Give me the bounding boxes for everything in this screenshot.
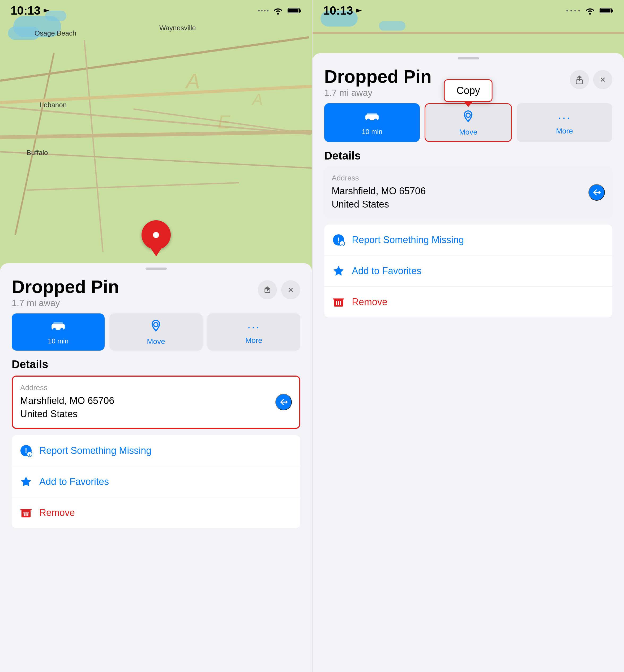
more-label-right: More — [556, 127, 573, 135]
map-label-waynesville: Waynesville — [159, 24, 196, 32]
svg-text:!: ! — [25, 447, 27, 455]
move-label-right: Move — [459, 128, 477, 136]
report-icon-left: ! + — [19, 444, 33, 458]
report-label-right: Report Something Missing — [352, 234, 464, 245]
details-heading-left: Details — [12, 358, 300, 371]
address-text-right: Marshfield, MO 65706 United States — [332, 185, 426, 211]
status-icons-right — [566, 6, 614, 15]
status-icons-left — [258, 6, 302, 15]
report-item-left[interactable]: ! + Report Something Missing — [12, 435, 300, 466]
share-button-left[interactable] — [258, 280, 277, 299]
svg-text:+: + — [28, 453, 30, 457]
svg-point-11 — [53, 328, 56, 331]
share-button-right[interactable] — [570, 70, 589, 89]
map-pin — [141, 220, 171, 255]
copy-bubble: Copy — [444, 79, 493, 102]
svg-line-47 — [340, 301, 341, 305]
action-row-left: 10 min Move ··· More — [0, 314, 312, 358]
menu-list-right: ! + Report Something Missing Add to Favo… — [324, 224, 612, 317]
drive-icon-left — [51, 320, 66, 334]
status-bar-left: 10:13 — [0, 0, 312, 21]
copy-bubble-arrow — [463, 101, 473, 107]
svg-point-0 — [153, 232, 159, 238]
details-section-right: Details Address Marshfield, MO 65706 Uni… — [313, 150, 624, 317]
remove-icon-left — [19, 506, 33, 520]
drive-icon-right — [365, 111, 380, 125]
svg-point-37 — [466, 113, 470, 117]
move-icon-right — [462, 110, 474, 125]
favorites-label-left: Add to Favorites — [39, 476, 109, 487]
svg-rect-34 — [367, 113, 377, 116]
drive-button-right[interactable]: 10 min — [324, 103, 420, 142]
drive-label-right: 10 min — [362, 128, 382, 136]
svg-rect-5 — [300, 9, 301, 12]
status-bar-right: 10:13 — [313, 0, 624, 21]
drive-label-left: 10 min — [48, 337, 69, 345]
svg-rect-28 — [600, 9, 610, 12]
address-copy-button-left[interactable] — [275, 394, 292, 410]
address-text-left: Marshfield, MO 65706 United States — [20, 394, 114, 421]
address-card-right: Address Marshfield, MO 65706 United Stat… — [324, 167, 612, 218]
favorites-item-left[interactable]: Add to Favorites — [12, 466, 300, 498]
status-time-left: 10:13 — [10, 4, 50, 17]
svg-rect-4 — [288, 9, 298, 12]
address-label-left: Address — [20, 383, 114, 392]
remove-icon-right — [332, 295, 345, 309]
report-label-left: Report Something Missing — [39, 445, 151, 456]
svg-rect-29 — [612, 9, 613, 12]
favorites-item-right[interactable]: Add to Favorites — [324, 256, 612, 287]
svg-text:+: + — [341, 242, 343, 246]
close-button-right[interactable] — [593, 70, 612, 89]
address-copy-button-right[interactable] — [589, 184, 605, 200]
svg-point-13 — [154, 322, 158, 327]
map-area-right: 10:13 — [313, 0, 624, 58]
bottom-sheet-right: Dropped Pin 1.7 mi away — [313, 53, 624, 672]
sheet-title-left: Dropped Pin — [12, 278, 258, 296]
svg-point-12 — [60, 328, 63, 331]
more-label-left: More — [245, 336, 262, 345]
svg-line-22 — [24, 512, 24, 516]
move-button-right[interactable]: Move — [424, 103, 512, 142]
report-icon-right: ! + — [332, 233, 345, 247]
remove-label-left: Remove — [39, 507, 75, 518]
sheet-handle-left — [146, 268, 167, 270]
remove-item-left[interactable]: Remove — [12, 498, 300, 528]
address-card-left: Address Marshfield, MO 65706 United Stat… — [12, 376, 300, 429]
sheet-subtitle-left: 1.7 mi away — [12, 298, 258, 308]
svg-point-26 — [589, 13, 591, 15]
move-btn-container: Move Copy — [424, 103, 512, 142]
move-label-left: Move — [147, 337, 165, 346]
move-button-left[interactable]: Move — [109, 314, 202, 351]
map-label-osage: Osage Beach — [34, 29, 76, 37]
svg-marker-25 — [356, 9, 362, 12]
move-icon-left — [150, 319, 162, 335]
svg-line-46 — [336, 301, 337, 305]
svg-marker-1 — [44, 9, 49, 12]
more-button-left[interactable]: ··· More — [207, 314, 300, 351]
svg-rect-10 — [53, 322, 63, 325]
favorites-icon-left — [19, 475, 33, 489]
remove-item-right[interactable]: Remove — [324, 287, 612, 317]
map-label-lebanon: Lebanon — [40, 101, 67, 109]
close-button-left[interactable] — [281, 280, 300, 299]
remove-label-right: Remove — [352, 296, 387, 307]
map-label-buffalo: Buffalo — [27, 149, 48, 157]
svg-point-36 — [374, 118, 377, 122]
map-area: Osage Beach Waynesville Lebanon Buffalo … — [0, 0, 312, 279]
svg-marker-19 — [21, 477, 31, 486]
svg-text:!: ! — [337, 236, 340, 244]
menu-list-left: ! + Report Something Missing Add to Favo… — [12, 435, 300, 528]
more-icon-right: ··· — [558, 111, 571, 124]
action-row-right: 10 min Move Copy — [313, 103, 624, 150]
copy-tooltip: Copy — [444, 79, 493, 102]
report-item-right[interactable]: ! + Report Something Missing — [324, 224, 612, 256]
more-icon-left: ··· — [247, 320, 260, 333]
favorites-label-right: Add to Favorites — [352, 265, 421, 276]
details-heading-right: Details — [324, 150, 612, 162]
svg-marker-43 — [334, 266, 344, 275]
status-time-right: 10:13 — [323, 4, 363, 17]
more-button-right[interactable]: ··· More — [517, 103, 612, 142]
drive-button-left[interactable]: 10 min — [12, 314, 105, 351]
svg-point-2 — [277, 13, 279, 15]
right-phone-panel: 10:13 — [312, 0, 624, 672]
